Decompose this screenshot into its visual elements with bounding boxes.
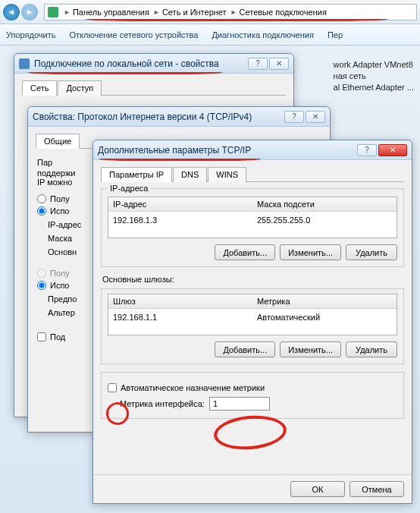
annotation-underline [99, 156, 261, 161]
radio-use-dns[interactable] [37, 281, 46, 290]
close-button[interactable]: ✕ [378, 144, 407, 156]
toolbar-diagnose[interactable]: Диагностика подключения [212, 30, 313, 39]
help-button[interactable]: ? [357, 144, 377, 156]
table-row[interactable]: 192.168.1.1 Автоматический [108, 309, 396, 326]
th-ip: IP-адрес [108, 197, 252, 211]
toolbar-organize[interactable]: Упорядочить [6, 30, 55, 39]
radio-obtain-dns-auto[interactable] [37, 269, 46, 278]
fieldset-metric: Автоматическое назначение метрики Метрик… [101, 372, 404, 419]
table-row[interactable]: 192.168.1.3 255.255.255.0 [108, 212, 396, 228]
background-adapter-text: work Adapter VMnet8 ная сеть al Ethernet… [334, 59, 414, 93]
ok-button[interactable]: ОК [290, 481, 345, 497]
radio-use-ip[interactable] [37, 206, 46, 216]
crumb-network-connections[interactable]: Сетевые подключения [240, 8, 327, 17]
label-interface-metric: Метрика интерфейса: [120, 399, 205, 408]
label-auto-metric: Автоматическое назначение метрики [121, 383, 265, 392]
th-metric: Метрика [252, 294, 396, 308]
tab-ip-settings[interactable]: Параметры IP [101, 167, 172, 182]
toolbar-rename[interactable]: Пер [328, 30, 343, 39]
add-button[interactable]: Добавить... [215, 341, 275, 357]
cancel-button[interactable]: Отмена [349, 481, 404, 497]
annotation-underline [27, 70, 223, 74]
tab-access[interactable]: Доступ [58, 80, 102, 96]
tab-wins[interactable]: WINS [208, 167, 246, 182]
label-ip: IP-адрес [48, 220, 81, 229]
chevron-right-icon: ► [64, 8, 71, 16]
radio-obtain-ip-auto[interactable] [37, 194, 46, 203]
checkbox-auto-metric[interactable] [108, 383, 117, 392]
label-alt-dns: Альтер [48, 308, 75, 317]
gateway-table: Шлюз Метрика 192.168.1.1 Автоматический [108, 294, 397, 335]
ip-table: IP-адрес Маска подсети 192.168.1.3 255.2… [108, 197, 397, 238]
forward-button[interactable]: ► [21, 4, 38, 20]
fieldset-gateways: Шлюз Метрика 192.168.1.1 Автоматический … [101, 288, 404, 364]
crumb-network-internet[interactable]: Сеть и Интернет [162, 8, 227, 17]
close-button[interactable]: ✕ [306, 111, 325, 123]
th-mask: Маска подсети [252, 197, 396, 211]
crumb-control-panel[interactable]: Панель управления [73, 8, 149, 17]
window-title: Свойства: Протокол Интернета версии 4 (T… [33, 112, 284, 122]
tab-network[interactable]: Сеть [22, 80, 57, 96]
chevron-right-icon: ► [153, 8, 160, 16]
tab-general[interactable]: Общие [36, 134, 80, 149]
edit-button[interactable]: Изменить... [280, 341, 341, 357]
input-interface-metric[interactable] [209, 397, 270, 411]
back-button[interactable]: ◄ [3, 4, 20, 20]
close-button[interactable]: ✕ [269, 58, 289, 70]
label-gateway: Основн [48, 247, 77, 256]
window-title: Дополнительные параметры TCP/IP [98, 145, 357, 156]
delete-button[interactable]: Удалить [346, 244, 397, 260]
label-pref-dns: Предпо [48, 294, 77, 304]
fieldset-ip-addresses: IP-адреса IP-адрес Маска подсети 192.168… [101, 188, 404, 267]
tab-dns[interactable]: DNS [173, 167, 207, 182]
window-advanced-tcpip: Дополнительные параметры TCP/IP ? ✕ Пара… [92, 140, 412, 504]
network-icon [19, 58, 30, 69]
label-gateways: Основные шлюзы: [102, 275, 404, 284]
add-button[interactable]: Добавить... [215, 244, 275, 260]
explorer-toolbar: Упорядочить Отключение сетевого устройст… [0, 24, 420, 46]
annotation-underline [85, 17, 388, 21]
help-button[interactable]: ? [284, 111, 304, 123]
help-button[interactable]: ? [248, 58, 268, 70]
delete-button[interactable]: Удалить [346, 341, 397, 357]
th-gateway: Шлюз [108, 294, 252, 308]
control-panel-icon [48, 7, 58, 17]
chevron-right-icon: ► [230, 8, 237, 16]
edit-button[interactable]: Изменить... [280, 244, 341, 260]
label-mask: Маска [48, 234, 72, 243]
checkbox-validate[interactable] [37, 332, 46, 341]
toolbar-disable-device[interactable]: Отключение сетевого устройства [69, 30, 198, 39]
window-title: Подключение по локальной сети - свойства [34, 58, 248, 69]
